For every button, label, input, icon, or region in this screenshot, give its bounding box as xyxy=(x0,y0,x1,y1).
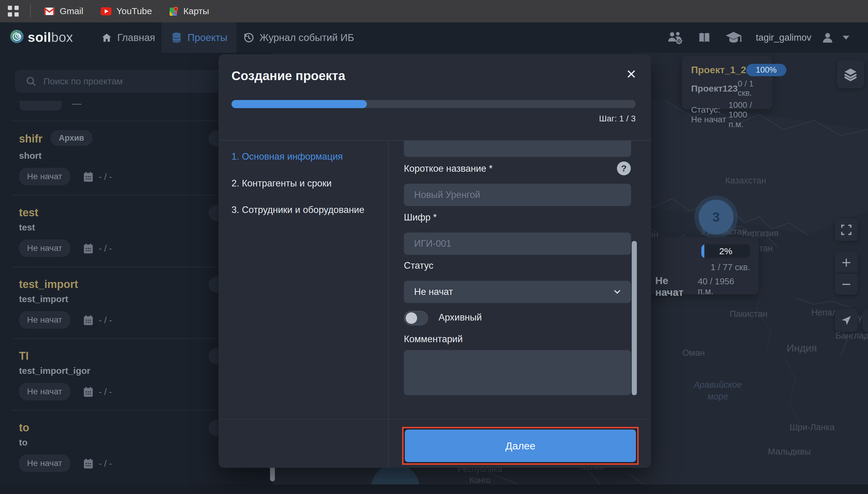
wizard-step-3[interactable]: 3. Сотрудники и оборудование xyxy=(232,205,364,215)
edge-button-partial[interactable] xyxy=(863,309,868,332)
dates-value: - / - xyxy=(99,172,112,182)
project-name: test xyxy=(19,206,38,219)
soilbox-logo[interactable] xyxy=(10,30,24,43)
comment-textarea[interactable] xyxy=(404,350,631,395)
project-map-card[interactable]: Проект_1_2 100% Проект123 0 / 1 скв. Ста… xyxy=(682,56,773,109)
form-scrollbar[interactable] xyxy=(632,241,637,395)
youtube-icon xyxy=(101,7,112,15)
graduation-cap-icon[interactable] xyxy=(725,31,742,44)
users-admin-icon[interactable] xyxy=(667,31,684,44)
partial-pill xyxy=(20,101,62,111)
project-subtitle: short xyxy=(19,151,42,161)
layers-button[interactable] xyxy=(837,60,864,88)
search-input[interactable] xyxy=(43,76,224,87)
search-icon xyxy=(25,76,37,87)
bookmark-label: YouTube xyxy=(116,6,152,16)
dates-value: - / - xyxy=(99,459,112,469)
card-progress-badge: 100% xyxy=(746,64,786,76)
database-icon xyxy=(171,31,183,44)
card-progress-fill xyxy=(701,244,704,258)
project-map-card[interactable]: 2% 1 / 77 скв. Не начат 40 / 1956 п.м. xyxy=(647,237,759,294)
zoom-in-button[interactable]: + xyxy=(835,252,858,273)
status-label: Статус xyxy=(404,260,433,271)
map-cluster-marker[interactable]: 3 xyxy=(699,200,734,235)
calendar-icon xyxy=(83,243,93,254)
fullscreen-button[interactable] xyxy=(835,219,858,241)
zoom-out-button[interactable]: − xyxy=(835,273,858,294)
status-select[interactable]: Не начат xyxy=(404,281,631,303)
location-arrow-icon xyxy=(840,315,852,326)
project-dates: - / - xyxy=(83,315,112,326)
short-name-input[interactable] xyxy=(404,184,631,206)
project-dates: - / - xyxy=(83,386,112,397)
status-badge: Не начат xyxy=(19,168,70,185)
toggle-knob xyxy=(406,312,417,324)
chevron-down-icon[interactable] xyxy=(842,35,850,40)
map-label: Пакистан xyxy=(730,309,767,319)
maps-icon xyxy=(169,6,179,16)
card-meters: 40 / 1956 п.м. xyxy=(698,277,750,297)
annotation-highlight: Далее xyxy=(402,427,639,465)
username[interactable]: tagir_galimov xyxy=(756,32,811,43)
next-button[interactable]: Далее xyxy=(405,430,636,462)
clipped-input-partial[interactable] xyxy=(404,141,631,157)
comment-label: Комментарий xyxy=(404,334,463,345)
app-title: soilbox xyxy=(28,30,73,45)
map-label-sea: Аравийское море xyxy=(691,379,745,402)
bottom-bar xyxy=(0,484,868,494)
nav-label: Главная xyxy=(117,32,155,43)
apps-grid-icon[interactable] xyxy=(8,6,19,17)
status-badge: Не начат xyxy=(19,240,70,257)
create-project-modal: Создание проекта ✕ Шаг: 1 / 3 1. Основна… xyxy=(219,54,651,468)
chevron-down-icon xyxy=(612,287,622,297)
dates-value: - / - xyxy=(99,244,112,254)
close-icon[interactable]: ✕ xyxy=(626,67,636,82)
project-subtitle: test_import_igor xyxy=(19,366,90,376)
code-input[interactable] xyxy=(404,232,631,255)
divider xyxy=(30,4,31,18)
archive-label: Архивный xyxy=(439,312,482,323)
dates-value: - / - xyxy=(99,387,112,397)
nav-projects[interactable]: Проекты xyxy=(162,22,236,53)
project-name: to xyxy=(19,421,29,434)
short-name-label: Короткое название * xyxy=(404,163,493,174)
archive-toggle[interactable] xyxy=(404,311,428,325)
zoom-in-label: + xyxy=(842,253,851,272)
zoom-out-label: − xyxy=(842,275,851,293)
bookmark-label: Карты xyxy=(183,6,209,16)
bookmark-youtube[interactable]: YouTube xyxy=(101,6,152,16)
locate-button[interactable] xyxy=(835,309,858,332)
wizard-step-1[interactable]: 1. Основная информация xyxy=(232,151,343,162)
gmail-icon xyxy=(44,7,55,15)
dates-value: - / - xyxy=(99,316,112,325)
nav-home[interactable]: Главная xyxy=(92,22,164,53)
card-meters: 1000 / 1000 п.м. xyxy=(728,100,763,129)
page: Gmail YouTube Карты soilbox Главная Прое… xyxy=(0,0,868,494)
user-icon[interactable] xyxy=(821,31,834,44)
bookmark-label: Gmail xyxy=(60,6,83,16)
help-icon[interactable]: ? xyxy=(617,162,631,175)
card-wells: 0 / 1 скв. xyxy=(738,79,763,98)
card-project-name: Проект_1_2 xyxy=(691,64,746,76)
map-label: Бангладеш xyxy=(835,331,868,341)
code-label: Шифр * xyxy=(404,212,437,223)
wizard-progress-track xyxy=(232,100,635,108)
status-badge: Не начат xyxy=(19,311,70,329)
bookmark-maps[interactable]: Карты xyxy=(169,6,209,16)
project-subtitle: test xyxy=(19,222,35,232)
bookmark-gmail[interactable]: Gmail xyxy=(44,6,83,16)
divider xyxy=(219,419,651,419)
card-progress-badge: 2% xyxy=(701,244,750,258)
layers-icon xyxy=(843,66,858,82)
wizard-step-2[interactable]: 2. Контрагенты и сроки xyxy=(232,178,332,189)
map-label: Шри-Ланка xyxy=(790,422,834,432)
history-icon xyxy=(243,32,255,44)
card-status: Не начат xyxy=(655,275,698,298)
wizard-progress-fill xyxy=(232,100,367,108)
card-wells: 1 / 77 скв. xyxy=(711,262,750,272)
book-icon[interactable] xyxy=(697,31,711,44)
nav-label: Проекты xyxy=(187,32,227,43)
status-badge: Не начат xyxy=(19,383,70,400)
nav-event-log[interactable]: Журнал событий ИБ xyxy=(234,22,363,53)
header-actions: tagir_galimov xyxy=(667,22,850,53)
